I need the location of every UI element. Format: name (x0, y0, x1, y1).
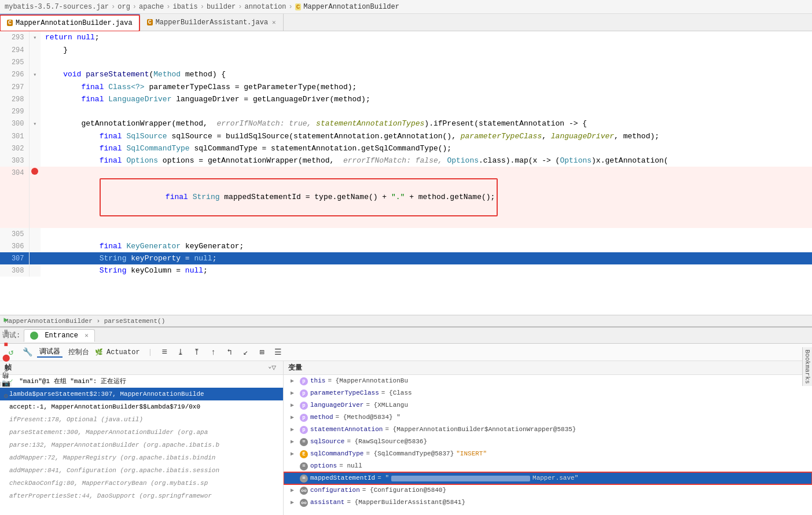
vars-list[interactable]: ▶ p this = {MapperAnnotationBu ▶ p param… (284, 375, 812, 515)
debug-tab-console[interactable]: 控制台 (66, 347, 91, 357)
editor-area: 293 ▾ return null; 294 } 295 (0, 31, 812, 326)
debug-step-out-btn[interactable]: ⤒ (190, 346, 203, 359)
debug-panel: 调试: Entrance ✕ ↺ 🔧 调试器 控制台 🌿 Actuator | … (0, 326, 812, 515)
debug-settings-btn[interactable]: ☰ (271, 346, 284, 359)
list-item[interactable]: addMapper:72, MapperRegistry (org.apache… (0, 451, 283, 464)
frames-dropdown-icon[interactable]: ⌄ (268, 363, 271, 370)
frame-text: addMapper:841, Configuration (org.apache… (9, 467, 219, 474)
debug-wrench-btn[interactable]: 🔧 (21, 346, 34, 359)
debug-step-over-btn[interactable]: ≡ (158, 346, 171, 359)
list-item[interactable]: ▶ p parameterTypeClass = {Class (284, 387, 812, 399)
tab-mapper-annotation-builder[interactable]: C MapperAnnotationBuilder.java (0, 14, 140, 31)
expand-arrow-icon[interactable]: ▶ (291, 497, 297, 508)
list-item[interactable]: accept:-1, MapperAnnotationBuilder$$Lamb… (0, 400, 283, 413)
list-item[interactable]: checkDaoConfig:80, MapperFactoryBean (or… (0, 477, 283, 490)
breadcrumb-item-ibatis[interactable]: ibatis (172, 3, 197, 11)
line-gutter (29, 130, 41, 142)
line-gutter: ▾ (29, 31, 41, 44)
list-item[interactable]: ▶ oo assistant = {MapperBuilderAssistant… (284, 496, 812, 509)
list-item[interactable]: ifPresent:178, Optional (java.util) (0, 413, 283, 426)
var-name: sqlSource (310, 436, 344, 447)
editor-status-text: MapperAnnotationBuilder › parseStatement… (5, 318, 165, 325)
list-item[interactable]: afterPropertiesSet:44, DaoSupport (org.s… (0, 490, 283, 502)
frame-text: ifPresent:178, Optional (java.util) (9, 416, 143, 423)
fold-arrow[interactable]: ▾ (33, 121, 36, 127)
var-name: assistant (310, 497, 344, 508)
debug-run-cursor-btn[interactable]: ↑ (207, 346, 219, 359)
expand-arrow-icon[interactable]: ▶ (291, 388, 297, 399)
sidebar-breakpoints-btn[interactable]: ⬤ (1, 353, 10, 362)
list-item[interactable]: addMapper:841, Configuration (org.apache… (0, 464, 283, 477)
list-item[interactable]: ▶ p languageDriver = {XMLLangu (284, 399, 812, 411)
fold-arrow[interactable]: ▾ (33, 72, 36, 78)
breadcrumb-item-annotation[interactable]: annotation (245, 3, 286, 11)
line-num: 303 (0, 154, 29, 167)
var-badge: p (300, 426, 308, 434)
list-item[interactable]: ▶ p method = {Method@5834} " (284, 411, 812, 424)
line-num: 306 (0, 240, 29, 252)
breakpoint-indicator[interactable] (31, 168, 38, 175)
sidebar-mute-btn[interactable]: ✕ (1, 366, 10, 375)
list-item[interactable]: lambda$parseStatement$2:307, MapperAnnot… (0, 388, 283, 400)
line-gutter (29, 240, 41, 252)
frame-text: addMapper:72, MapperRegistry (org.apache… (9, 454, 215, 461)
debug-tab-debugger[interactable]: 调试器 (37, 347, 63, 358)
breadcrumb-item-builder[interactable]: builder (207, 3, 236, 11)
frame-text: accept:-1, MapperAnnotationBuilder$$Lamb… (9, 403, 200, 410)
list-item[interactable]: ▶ oo configuration = {Configuration@5840… (284, 484, 812, 496)
line-num: 307 (0, 252, 29, 264)
line-gutter (29, 142, 41, 154)
sidebar-settings-btn[interactable]: ⚙ (1, 391, 10, 400)
list-item[interactable]: ▶ = mappedStatementId = "Mapper.save" (284, 472, 812, 484)
var-value-suffix: Mapper.save" (532, 473, 578, 484)
debug-evaluate-btn[interactable]: ↰ (223, 346, 236, 359)
expand-arrow-icon[interactable]: ▶ (291, 376, 297, 387)
expand-arrow-icon[interactable]: ▶ (291, 424, 297, 435)
debug-session-close[interactable]: ✕ (84, 332, 89, 339)
list-item[interactable]: ▶ E sqlCommandType = {SqlCommandType@583… (284, 448, 812, 460)
code-area[interactable]: 293 ▾ return null; 294 } 295 (0, 31, 812, 315)
expand-arrow-icon[interactable]: ▶ (291, 448, 297, 459)
var-name: languageDriver (310, 400, 363, 411)
list-item[interactable]: parseStatement:300, MapperAnnotationBuil… (0, 426, 283, 439)
debug-session-tab[interactable]: Entrance ✕ (24, 329, 95, 342)
frames-filter-icon[interactable]: ▽ (271, 363, 276, 372)
line-content: getAnnotationWrapper(method, errorIfNoMa… (41, 117, 812, 130)
var-value: = {SqlCommandType@5837} (366, 448, 454, 459)
list-item[interactable]: ▶ p statementAnnotation = {MapperAnnotat… (284, 424, 812, 436)
expand-arrow-icon[interactable]: ▶ (291, 412, 297, 423)
expand-arrow-icon[interactable]: ▶ (291, 485, 297, 496)
line-num: 299 (0, 105, 29, 117)
breadcrumb-sep: › (111, 3, 115, 11)
sidebar-stop-btn[interactable]: ■ (1, 340, 10, 350)
sidebar-pause-btn[interactable]: ⏸ (1, 328, 10, 337)
list-item[interactable]: ▶ = sqlSource = {RawSqlSource@5836} (284, 436, 812, 448)
list-item[interactable]: ✓ "main"@1 在组 "main": 正在运行 (0, 375, 283, 388)
expand-arrow-icon[interactable]: ▶ (291, 436, 297, 447)
breadcrumb-item-jar[interactable]: mybatis-3.5.7-sources.jar (5, 3, 109, 11)
debug-down-btn[interactable]: ↙ (239, 346, 252, 359)
var-name: configuration (310, 485, 360, 496)
list-item[interactable]: ▶ = options = null (284, 460, 812, 472)
var-value: = {RawSqlSource@5836} (347, 436, 427, 447)
debug-table-btn[interactable]: ⊞ (255, 346, 268, 359)
expand-arrow-icon[interactable]: ▶ (291, 400, 297, 411)
vars-panel: 变量 ▶ p this = {MapperAnnotationBu ▶ p pa… (284, 361, 812, 515)
breadcrumb-item-org[interactable]: org (117, 3, 130, 11)
debug-body: 帧 ▽ ⌄ ✓ "main"@1 在组 "main": 正在运行 lambda$… (0, 361, 812, 515)
list-item[interactable]: parse:132, MapperAnnotationBuilder (org.… (0, 439, 283, 451)
breadcrumb-item-apache[interactable]: apache (139, 3, 164, 11)
debug-step-into-btn[interactable]: ⤓ (174, 346, 187, 359)
debug-tab-actuator[interactable]: Actuator (104, 348, 142, 356)
sidebar-resume-btn[interactable]: ▶ (1, 315, 10, 324)
table-row: 295 (0, 56, 812, 68)
frames-list[interactable]: ✓ "main"@1 在组 "main": 正在运行 lambda$parseS… (0, 375, 283, 515)
line-num: 302 (0, 142, 29, 154)
var-name: statementAnnotation (310, 424, 383, 435)
line-num: 300 (0, 117, 29, 130)
tab-mapper-builder-assistant[interactable]: C MapperBuilderAssistant.java ✕ (140, 14, 284, 31)
tab-close-2[interactable]: ✕ (272, 19, 276, 26)
fold-arrow[interactable]: ▾ (33, 35, 36, 41)
sidebar-camera-btn[interactable]: 📷 (1, 378, 10, 388)
list-item[interactable]: ▶ p this = {MapperAnnotationBu (284, 375, 812, 387)
